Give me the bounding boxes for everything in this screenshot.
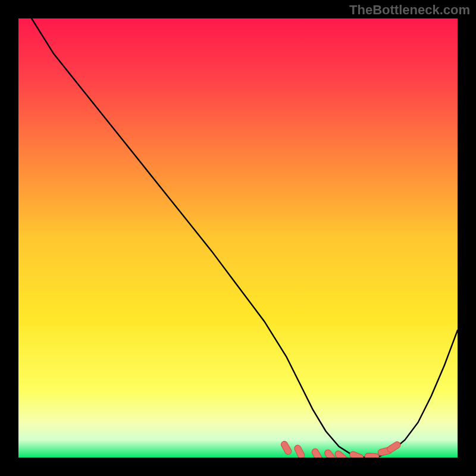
watermark-text: TheBottleneck.com [349, 2, 470, 18]
data-marker [365, 453, 380, 458]
gradient-background [18, 18, 458, 458]
bottleneck-chart [18, 18, 458, 458]
